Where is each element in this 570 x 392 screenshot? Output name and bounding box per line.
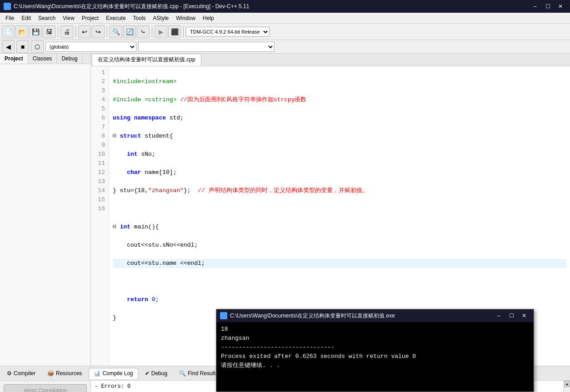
stop-button[interactable]: ⬛ bbox=[168, 25, 181, 38]
code-line-11: cout<<stu.name <<endl; bbox=[113, 259, 566, 268]
terminal-close-button[interactable]: ✕ bbox=[518, 311, 530, 320]
window-title: C:\Users\Wang\Documents\在定义结构体变量时可以直接赋初值… bbox=[14, 3, 529, 10]
terminal-line-1: 18 bbox=[221, 325, 529, 334]
compile-run-button[interactable]: ▶ bbox=[155, 25, 167, 38]
line-numbers: 12345 678910 111213141516 bbox=[91, 66, 109, 366]
compiler-icon: ⚙ bbox=[7, 370, 12, 377]
menu-item-window[interactable]: Window bbox=[172, 14, 199, 22]
bottom-tab-compilelog[interactable]: 📊 Compile Log bbox=[89, 368, 138, 379]
code-line-6: char name[10]; bbox=[113, 168, 566, 177]
func-button[interactable]: ⬡ bbox=[31, 40, 44, 53]
resources-icon: 📦 bbox=[47, 370, 54, 377]
terminal-title-bar: C:\Users\Wang\Documents\在定义结构体变量时可以直接赋初值… bbox=[216, 309, 534, 322]
terminal-title: C:\Users\Wang\Documents\在定义结构体变量时可以直接赋初值… bbox=[230, 312, 493, 320]
terminal-window: C:\Users\Wang\Documents\在定义结构体变量时可以直接赋初值… bbox=[216, 309, 534, 392]
toolbar-separator bbox=[58, 26, 58, 37]
next-button[interactable]: ■ bbox=[16, 40, 29, 53]
editor-tabs: 在定义结构体变量时可以直接赋初值.cpp bbox=[91, 54, 570, 66]
terminal-maximize-button[interactable]: ☐ bbox=[505, 311, 517, 320]
editor-tab-main[interactable]: 在定义结构体变量时可以直接赋初值.cpp bbox=[92, 54, 201, 66]
replace-button[interactable]: 🔄 bbox=[123, 25, 136, 38]
minimize-button[interactable]: – bbox=[529, 2, 541, 11]
compiler-tab-label: Compiler bbox=[14, 370, 35, 377]
abort-compilation-button[interactable]: Abort Compilation bbox=[4, 384, 87, 392]
toolbar-separator4 bbox=[152, 26, 152, 37]
bottom-tab-debug[interactable]: ✔ Debug bbox=[140, 368, 172, 379]
toolbar-separator2 bbox=[75, 26, 76, 37]
code-line-8 bbox=[113, 204, 566, 213]
menu-bar: FileEditSearchViewProjectExecuteToolsASt… bbox=[0, 13, 570, 24]
findresults-icon: 🔍 bbox=[179, 370, 186, 377]
undo-button[interactable]: ↩ bbox=[78, 25, 91, 38]
print-button[interactable]: 🖨 bbox=[60, 25, 73, 38]
app-icon bbox=[4, 3, 11, 10]
terminal-app-icon bbox=[220, 312, 227, 319]
open-button[interactable]: 📂 bbox=[15, 25, 28, 38]
menu-item-search[interactable]: Search bbox=[35, 14, 59, 22]
menu-item-execute[interactable]: Execute bbox=[102, 14, 129, 22]
menu-item-file[interactable]: File bbox=[2, 14, 18, 22]
panel-tab-project[interactable]: Project bbox=[0, 54, 28, 64]
save-all-button[interactable]: 🖫 bbox=[43, 25, 55, 38]
close-button[interactable]: ✕ bbox=[555, 2, 566, 11]
left-panel: Project Classes Debug bbox=[0, 54, 91, 366]
menu-item-tools[interactable]: Tools bbox=[130, 14, 150, 22]
menu-item-help[interactable]: Help bbox=[199, 14, 218, 22]
debug-icon: ✔ bbox=[145, 370, 150, 377]
title-bar: C:\Users\Wang\Documents\在定义结构体变量时可以直接赋初值… bbox=[0, 0, 570, 13]
menu-item-edit[interactable]: Edit bbox=[18, 14, 35, 22]
findresults-tab-label: Find Results bbox=[188, 370, 218, 377]
panel-tab-classes[interactable]: Classes bbox=[28, 54, 57, 64]
bottom-tab-resources[interactable]: 📦 Resources bbox=[42, 368, 87, 379]
code-line-9: ⊟ int main(){ bbox=[113, 223, 566, 232]
window-controls: – ☐ ✕ bbox=[529, 2, 566, 11]
code-line-12 bbox=[113, 277, 566, 286]
resources-tab-label: Resources bbox=[56, 370, 82, 377]
find-button[interactable]: 🔍 bbox=[110, 25, 122, 38]
maximize-button[interactable]: ☐ bbox=[542, 2, 554, 11]
compilelog-tab-label: Compile Log bbox=[102, 370, 133, 377]
scroll-up-arrow[interactable]: ▲ bbox=[564, 381, 570, 387]
toolbar-separator3 bbox=[107, 26, 107, 37]
goto-button[interactable]: ⤷ bbox=[137, 25, 150, 38]
code-line-7: } stu={18,"zhangsan"}; // 声明结构体类型的同时，定义结… bbox=[113, 186, 566, 195]
code-line-2: #include <cstring> //因为后面用到C风格字符串操作如strc… bbox=[113, 95, 566, 104]
panel-tabs: Project Classes Debug bbox=[0, 54, 90, 64]
globals-combo[interactable]: (globals) bbox=[45, 42, 136, 52]
terminal-controls: – ☐ ✕ bbox=[493, 311, 530, 320]
compilelog-icon: 📊 bbox=[94, 370, 100, 377]
new-button[interactable]: 📄 bbox=[2, 25, 15, 38]
log-scroll-vertical[interactable]: ▲ ▼ bbox=[564, 381, 570, 392]
menu-item-view[interactable]: View bbox=[59, 14, 78, 22]
save-button[interactable]: 💾 bbox=[29, 25, 42, 38]
bottom-tab-compiler[interactable]: ⚙ Compiler bbox=[2, 368, 40, 379]
terminal-line-2: zhangsan bbox=[221, 334, 529, 343]
redo-button[interactable]: ↪ bbox=[92, 25, 105, 38]
code-line-10: cout<<stu.sNo<<endl; bbox=[113, 241, 566, 250]
menu-item-astyle[interactable]: AStyle bbox=[150, 14, 173, 22]
toolbar-separator5 bbox=[183, 26, 184, 37]
toolbar: 📄 📂 💾 🖫 🖨 ↩ ↪ 🔍 🔄 ⤷ ▶ ⬛ TDM-GCC 4.9.2 64… bbox=[0, 24, 570, 40]
prev-button[interactable]: ◀ bbox=[2, 40, 15, 53]
context-combo[interactable] bbox=[138, 42, 275, 52]
terminal-line-5: 请按任意键继续. . . bbox=[221, 361, 529, 370]
menu-item-project[interactable]: Project bbox=[78, 14, 102, 22]
code-line-13: return 0; bbox=[113, 295, 566, 304]
code-line-3: using namespace std; bbox=[113, 114, 566, 123]
terminal-minimize-button[interactable]: – bbox=[493, 311, 505, 320]
code-line-4: ⊟ struct student{ bbox=[113, 132, 566, 141]
debug-tab-label: Debug bbox=[151, 370, 167, 377]
compiler-sidebar: Abort Compilation Shorten compiler paths bbox=[0, 381, 91, 392]
code-line-1: #include<iostream> bbox=[113, 77, 566, 86]
terminal-body: 18 zhangsan ----------------------------… bbox=[216, 322, 534, 392]
terminal-line-3: -------------------------------- bbox=[221, 343, 529, 352]
terminal-line-4: Process exited after 0.6263 seconds with… bbox=[221, 352, 529, 361]
toolbar2: ◀ ■ ⬡ (globals) bbox=[0, 40, 570, 54]
panel-tab-debug[interactable]: Debug bbox=[57, 54, 82, 64]
scroll-thumb[interactable] bbox=[564, 387, 570, 392]
compiler-combo[interactable]: TDM-GCC 4.9.2 64-bit Release bbox=[186, 27, 270, 37]
code-line-5: int sNo; bbox=[113, 150, 566, 159]
